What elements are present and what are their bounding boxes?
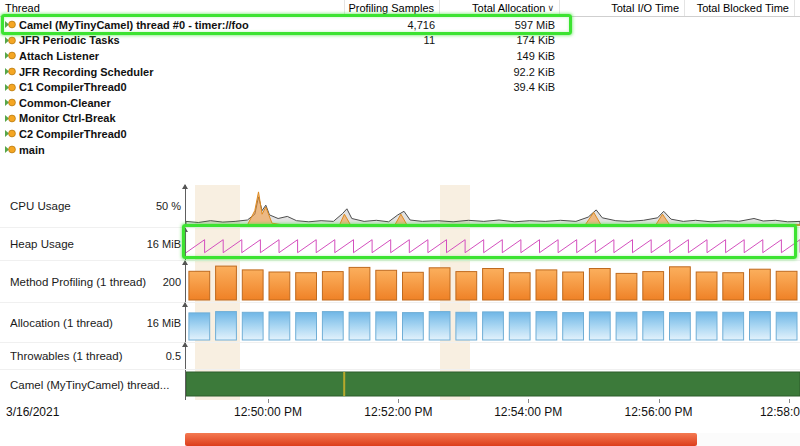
total-blocked-cell — [685, 79, 795, 95]
time-tick-label: 12:54:00 PM — [494, 405, 562, 419]
total-allocation-cell — [440, 111, 560, 127]
row-spacer — [795, 111, 800, 127]
total-allocation-cell: 39.4 KiB — [440, 79, 560, 95]
thread-row[interactable]: Attach Listener 149 KiB — [0, 48, 800, 64]
thread-row[interactable]: main — [0, 142, 800, 158]
timeline-track[interactable]: Allocation (1 thread) 16 MiB — [0, 303, 800, 343]
thread-row[interactable]: Common-Cleaner — [0, 95, 800, 111]
total-allocation-cell: 597 MiB — [440, 17, 560, 33]
row-spacer — [795, 17, 800, 33]
track-axis-value: 16 MiB — [147, 238, 185, 250]
thread-row[interactable]: JFR Recording Scheduler 92.2 KiB — [0, 64, 800, 80]
profiling-samples-cell — [345, 111, 440, 127]
track-chart[interactable] — [185, 185, 800, 227]
column-header-profiling-samples[interactable]: Profiling Samples — [345, 0, 440, 16]
thread-name: C1 CompilerThread0 — [19, 81, 127, 93]
thread-name-cell: Camel (MyTinyCamel) thread #0 - timer://… — [0, 17, 345, 33]
track-label-cell: Throwables (1 thread) 0.5 — [0, 343, 185, 369]
time-tick-mark — [659, 399, 660, 403]
track-label: Camel (MyTinyCamel) thread... — [10, 379, 169, 391]
total-io-cell — [560, 48, 685, 64]
track-axis-value: 200 — [163, 276, 185, 288]
total-io-cell — [560, 95, 685, 111]
thread-row[interactable]: C1 CompilerThread0 39.4 KiB — [0, 79, 800, 95]
track-label-cell: Method Profiling (1 thread) 200 — [0, 261, 185, 302]
track-label-cell: Heap Usage 16 MiB — [0, 228, 185, 260]
total-blocked-cell — [685, 142, 795, 158]
column-header-total-blocked-time[interactable]: Total Blocked Time — [685, 0, 795, 16]
total-blocked-cell — [685, 95, 795, 111]
total-io-cell — [560, 79, 685, 95]
track-label: Method Profiling (1 thread) — [10, 276, 146, 288]
profiling-samples-cell — [345, 79, 440, 95]
column-header-label: Total Allocation — [472, 2, 545, 14]
thread-name: Camel (MyTinyCamel) thread #0 - timer://… — [19, 19, 249, 31]
header-spacer — [795, 0, 800, 16]
track-label: Heap Usage — [10, 238, 74, 250]
thread-icon — [5, 19, 16, 30]
axis-arrow-icon — [182, 260, 188, 265]
table-header: Thread Profiling Samples Total Allocatio… — [0, 0, 800, 17]
track-label-cell: Allocation (1 thread) 16 MiB — [0, 303, 185, 342]
thread-name: JFR Recording Scheduler — [19, 66, 153, 78]
total-allocation-cell — [440, 95, 560, 111]
profiling-samples-cell: 4,716 — [345, 17, 440, 33]
thread-name-cell: main — [0, 142, 345, 158]
total-blocked-cell — [685, 17, 795, 33]
profiling-samples-cell — [345, 142, 440, 158]
thread-name-cell: Common-Cleaner — [0, 95, 345, 111]
thread-name-cell: JFR Recording Scheduler — [0, 64, 345, 80]
timeline-track[interactable]: Method Profiling (1 thread) 200 — [0, 261, 800, 303]
profiling-samples-cell — [345, 95, 440, 111]
thread-icon — [5, 82, 16, 93]
thread-icon — [5, 97, 16, 108]
track-chart[interactable] — [185, 370, 800, 400]
total-blocked-cell — [685, 111, 795, 127]
total-blocked-cell — [685, 126, 795, 142]
row-spacer — [795, 79, 800, 95]
total-blocked-cell — [685, 48, 795, 64]
row-spacer — [795, 126, 800, 142]
track-label-cell: CPU Usage 50 % — [0, 185, 185, 227]
thread-table: Thread Profiling Samples Total Allocatio… — [0, 0, 800, 158]
total-io-cell — [560, 17, 685, 33]
thread-icon — [5, 66, 16, 77]
total-io-cell — [560, 111, 685, 127]
track-chart[interactable] — [185, 228, 800, 260]
timeline-scrollbar-track[interactable] — [185, 433, 800, 446]
track-label: Allocation (1 thread) — [10, 317, 113, 329]
total-allocation-cell: 92.2 KiB — [440, 64, 560, 80]
timeline-track[interactable]: Heap Usage 16 MiB — [0, 228, 800, 261]
thread-row[interactable]: Monitor Ctrl-Break — [0, 111, 800, 127]
time-tick-label: 12:50:00 PM — [234, 405, 302, 419]
timeline-scrollbar-thumb[interactable] — [185, 433, 697, 446]
column-header-total-io-time[interactable]: Total I/O Time — [560, 0, 685, 16]
timeline-track[interactable]: CPU Usage 50 % — [0, 185, 800, 228]
track-axis-value: 16 MiB — [147, 317, 185, 329]
total-blocked-cell — [685, 64, 795, 80]
row-spacer — [795, 64, 800, 80]
table-body: Camel (MyTinyCamel) thread #0 - timer://… — [0, 17, 800, 157]
track-chart[interactable] — [185, 261, 800, 302]
axis-arrow-icon — [182, 184, 188, 189]
axis-arrow-icon — [182, 342, 188, 347]
track-chart[interactable] — [185, 343, 800, 369]
column-header-total-allocation[interactable]: Total Allocation ∨ — [440, 0, 560, 16]
thread-icon — [5, 35, 16, 46]
total-allocation-cell: 174 KiB — [440, 33, 560, 49]
thread-name-cell: C1 CompilerThread0 — [0, 79, 345, 95]
total-io-cell — [560, 33, 685, 49]
thread-row[interactable]: JFR Periodic Tasks 11 174 KiB — [0, 33, 800, 49]
column-header-thread[interactable]: Thread — [0, 0, 345, 16]
thread-name: main — [19, 144, 45, 156]
thread-row[interactable]: C2 CompilerThread0 — [0, 126, 800, 142]
timeline-track[interactable]: Throwables (1 thread) 0.5 — [0, 343, 800, 370]
time-tick-mark — [268, 399, 269, 403]
thread-row[interactable]: Camel (MyTinyCamel) thread #0 - timer://… — [0, 17, 800, 33]
timeline-track[interactable]: Camel (MyTinyCamel) thread... — [0, 370, 800, 400]
track-chart[interactable] — [185, 303, 800, 342]
thread-name: JFR Periodic Tasks — [19, 34, 120, 46]
thread-icon — [5, 128, 16, 139]
profiling-samples-cell — [345, 64, 440, 80]
thread-name: C2 CompilerThread0 — [19, 128, 127, 140]
